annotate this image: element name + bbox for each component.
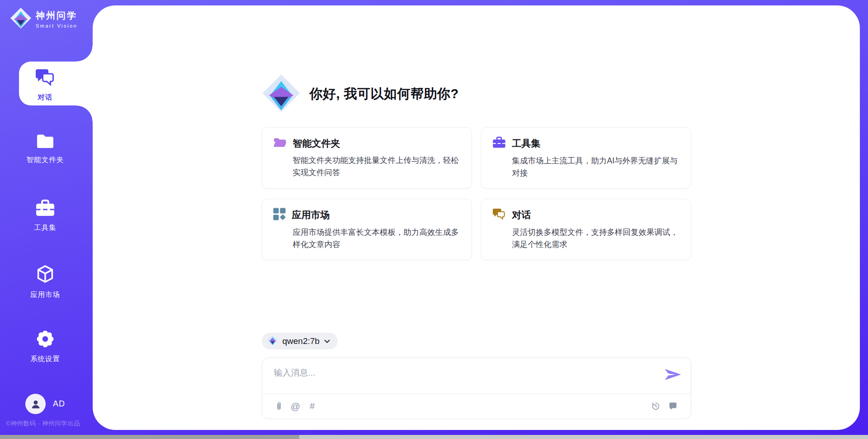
sidebar-item-toolset[interactable]: 工具集 xyxy=(0,199,90,233)
sidebar-item-label: 系统设置 xyxy=(30,354,60,364)
main-content-area: 你好, 我可以如何帮助你? 智能文件夹 智能文件夹功能支持批量文件上传与清洗，轻… xyxy=(93,5,860,430)
card-title: 工具集 xyxy=(512,137,541,150)
brand-logo: 神州问学 Smart Vision xyxy=(10,7,77,31)
user-name: AD xyxy=(53,399,65,409)
card-smart-folder[interactable]: 智能文件夹 智能文件夹功能支持批量文件上传与清洗，轻松实现文件问答 xyxy=(262,127,472,189)
active-tab-fillet-top xyxy=(76,45,93,62)
chevron-down-icon xyxy=(324,337,330,345)
user-account[interactable]: AD xyxy=(25,394,65,414)
sidebar-item-smart-folder[interactable]: 智能文件夹 xyxy=(0,133,90,165)
model-selector[interactable]: qwen2:7b xyxy=(262,333,338,349)
history-icon[interactable] xyxy=(651,401,661,411)
folder-icon xyxy=(36,133,55,151)
comment-icon[interactable] xyxy=(668,401,678,411)
send-icon[interactable] xyxy=(664,367,682,383)
feature-cards: 智能文件夹 智能文件夹功能支持批量文件上传与清洗，轻松实现文件问答 xyxy=(262,127,691,260)
mention-icon[interactable]: @ xyxy=(291,401,301,411)
diamond-logo-icon xyxy=(10,7,32,31)
chat-icon xyxy=(492,208,506,222)
brand-name-cn: 神州问学 xyxy=(36,10,77,22)
sidebar-item-settings[interactable]: 系统设置 xyxy=(0,329,90,364)
card-description: 灵活切换多模型文件，支持多样回复效果调试，满足个性化需求 xyxy=(512,226,680,250)
message-composer: @ # xyxy=(262,358,691,419)
hash-icon[interactable]: # xyxy=(307,401,317,411)
sidebar: 神州问学 Smart Vision 对话 智能 xyxy=(0,0,93,439)
diamond-logo-icon xyxy=(267,335,278,348)
card-description: 集成市场上主流工具，助力AI与外界无缝扩展与对接 xyxy=(512,155,680,179)
horizontal-scrollbar xyxy=(0,435,868,439)
model-name: qwen2:7b xyxy=(283,336,320,346)
toolbox-icon xyxy=(492,136,506,151)
scrollbar-thumb[interactable] xyxy=(0,435,299,439)
composer-toolbar: @ # xyxy=(262,394,691,419)
toolbox-icon xyxy=(35,199,55,219)
card-description: 智能文件夹功能支持批量文件上传与清洗，轻松实现文件问答 xyxy=(293,154,461,178)
sidebar-item-label: 智能文件夹 xyxy=(27,155,64,165)
greeting-title: 你好, 我可以如何帮助你? xyxy=(310,85,459,103)
sidebar-item-label: 对话 xyxy=(38,93,53,102)
card-app-market[interactable]: 应用市场 应用市场提供丰富长文本模板，助力高效生成多样化文章内容 xyxy=(262,199,472,260)
app-grid-icon xyxy=(273,208,286,222)
sidebar-item-chat[interactable]: 对话 xyxy=(0,68,90,102)
card-title: 智能文件夹 xyxy=(293,137,340,150)
app-window: 神州问学 Smart Vision 对话 智能 xyxy=(0,0,868,439)
greeting-block: 你好, 我可以如何帮助你? xyxy=(262,74,691,115)
folder-open-icon xyxy=(273,136,287,150)
cube-icon xyxy=(35,264,55,286)
message-input[interactable] xyxy=(274,367,868,390)
brand-text: 神州问学 Smart Vision xyxy=(36,10,77,29)
attach-icon[interactable] xyxy=(274,401,284,411)
chat-icon xyxy=(35,68,55,89)
user-avatar xyxy=(25,394,46,414)
sidebar-item-label: 工具集 xyxy=(34,223,57,233)
card-title: 对话 xyxy=(512,209,531,221)
copyright-text: ©神州数码 · 神州问学出品 xyxy=(6,420,80,428)
sidebar-item-app-market[interactable]: 应用市场 xyxy=(0,264,90,300)
diamond-logo-icon xyxy=(262,74,301,115)
card-toolset[interactable]: 工具集 集成市场上主流工具，助力AI与外界无缝扩展与对接 xyxy=(481,127,691,189)
card-description: 应用市场提供丰富长文本模板，助力高效生成多样化文章内容 xyxy=(293,226,461,250)
active-tab-fillet-bottom xyxy=(76,105,93,122)
sidebar-item-label: 应用市场 xyxy=(30,290,60,300)
brand-name-en: Smart Vision xyxy=(36,23,77,29)
card-title: 应用市场 xyxy=(292,209,330,221)
gear-icon xyxy=(36,329,55,350)
card-chat[interactable]: 对话 灵活切换多模型文件，支持多样回复效果调试，满足个性化需求 xyxy=(481,199,691,260)
